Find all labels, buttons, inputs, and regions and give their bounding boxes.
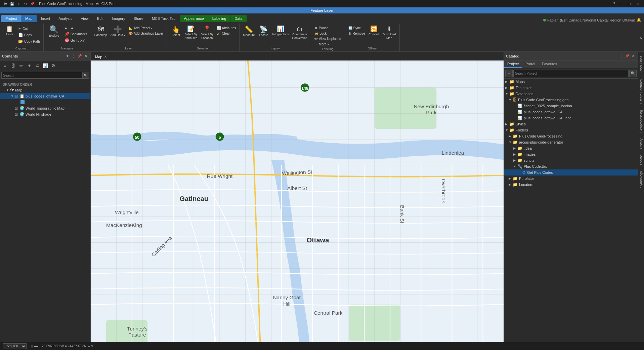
list-by-chart-icon[interactable]: 📊 (42, 62, 49, 69)
map-tab-close-icon[interactable]: ✕ (104, 55, 107, 59)
download-map-button[interactable]: ⬇ DownloadMap (381, 25, 397, 41)
catalog-close-icon[interactable]: ✕ (631, 53, 636, 59)
add-graphics-button[interactable]: 🎨 Add Graphics Layer (127, 31, 165, 36)
attributes-button[interactable]: 📊 Attributes (215, 26, 237, 31)
tree-item-topo[interactable]: ☑ 🌍 World Topographic Map (0, 105, 90, 111)
catalog-item-maps[interactable]: ▶ 📁 Maps (504, 79, 638, 85)
tab-share[interactable]: Share (130, 15, 147, 22)
coord-conversion-button[interactable]: 🗂 CoordinateConversion (291, 25, 309, 41)
list-by-labeling-icon[interactable]: 🏷 (34, 62, 41, 69)
right-tab-symbology[interactable]: Symbology (639, 168, 644, 190)
tab-insert[interactable]: Insert (37, 15, 54, 22)
view-unplaced-button[interactable]: 👁 View Unplaced (313, 36, 343, 41)
map-tab-map[interactable]: Map ✕ (91, 53, 111, 60)
basemap-button[interactable]: 🗺 Basemap (93, 25, 109, 38)
select-by-location-button[interactable]: 📍 Select ByLocation (199, 25, 215, 41)
right-tab-label-class[interactable]: Label Class (639, 53, 644, 76)
catalog-pin-icon[interactable]: 📌 (625, 53, 630, 59)
list-by-editing-icon[interactable]: ✏ (17, 62, 25, 69)
sync-button[interactable]: 🔄 Sync (347, 26, 367, 31)
select-button[interactable]: 👆 Select (169, 25, 182, 38)
contents-search-input[interactable] (1, 72, 82, 79)
add-preset-button[interactable]: 📐 Add Preset ▾ (127, 26, 165, 31)
measure-button[interactable]: 📏 Measure (242, 25, 256, 38)
tab-project[interactable]: Project (1, 15, 21, 22)
back-button[interactable]: ⬅ (63, 26, 69, 31)
contents-options-icon[interactable]: ⋮ (71, 53, 76, 59)
tree-item-map[interactable]: ▼ 🗺 Map (0, 87, 90, 93)
tree-item-hillshade[interactable]: ☑ 🌍 World Hillshade (0, 111, 90, 117)
tab-appearance[interactable]: Appearance (180, 15, 208, 22)
catalog-item-purolator[interactable]: ▶ 📁 Purolator (504, 176, 638, 182)
explore-button[interactable]: 🔍 Explore (46, 25, 62, 39)
catalog-item-tbx[interactable]: ▼ 🔧 Plus Code.tbx (504, 163, 638, 169)
tab-mce[interactable]: MCE Task Tab (148, 15, 180, 22)
catalog-tab-favorites[interactable]: Favorites (539, 61, 560, 68)
paste-button[interactable]: 📋 Paste (3, 25, 16, 37)
right-tab-history[interactable]: History (639, 136, 644, 152)
remove-button[interactable]: 🗑 Remove (347, 31, 367, 36)
tab-data[interactable]: Data (230, 15, 246, 22)
notifications-icon[interactable]: 🔔 (637, 18, 641, 22)
list-by-data-source-icon[interactable]: 🗄 (9, 62, 17, 69)
catalog-item-locators[interactable]: ▶ 📁 Locators (504, 182, 638, 188)
catalog-item-folders[interactable]: ▼ 📁 Folders (504, 127, 638, 133)
tab-labeling[interactable]: Labeling (208, 15, 230, 22)
catalog-item-get-plus-codes[interactable]: ⚙ Get Plus Codes (504, 169, 638, 176)
catalog-item-styles[interactable]: ▶ 📁 Styles (504, 121, 638, 127)
convert-button[interactable]: 🔁 Convert (367, 25, 381, 37)
catalog-tab-portal[interactable]: Portal (522, 61, 539, 68)
catalog-options-icon[interactable]: ⋮ (618, 53, 624, 59)
catalog-item-images[interactable]: ▶ 📁 images (504, 151, 638, 157)
catalog-item-gdb[interactable]: ▼ 🗄 Plus Code GeoProcessing.gdb (504, 97, 638, 103)
catalog-item-ottawa-ca-label[interactable]: 📊 plus_codes_ottawa_CA_label (504, 115, 638, 121)
right-tab-locate[interactable]: Locate (639, 152, 644, 168)
locate-button[interactable]: 📡 Locate (257, 25, 270, 38)
clear-button[interactable]: 🧹 Clear (215, 31, 237, 36)
map-canvas[interactable]: Ottawa Gatineau New Edinburgh Park Linde… (91, 61, 504, 342)
catalog-item-pc-geoprocessing[interactable]: ▶ 📁 Plus Code GeoProcessing (504, 133, 638, 139)
tab-edit[interactable]: Edit (93, 15, 108, 22)
catalog-item-fishnet[interactable]: 📊 fishnet_0025_sample_london (504, 103, 638, 109)
copy-path-button[interactable]: 📂 Copy Path (17, 38, 41, 44)
catalog-tab-project[interactable]: Project (504, 61, 522, 68)
contents-filter-icon[interactable]: ▼ (65, 53, 70, 59)
forward-button[interactable]: ➡ (69, 26, 75, 31)
right-tab-geoprocessing[interactable]: Geoprocessing (639, 107, 644, 135)
catalog-search-input[interactable] (513, 70, 629, 77)
tab-imagery[interactable]: Imagery (108, 15, 129, 22)
list-by-custom-icon[interactable]: ⚙ (50, 62, 57, 69)
contents-search-button[interactable]: 🔍 (82, 72, 89, 79)
list-by-snapping-icon[interactable]: ✦ (26, 62, 33, 69)
catalog-item-arcgis-gen[interactable]: ▼ 📁 arcgis-plus-code-generator (504, 139, 638, 145)
expand-ribbon-icon[interactable]: ∧ (640, 36, 642, 39)
help-icon[interactable]: ? (613, 2, 615, 6)
add-data-button[interactable]: ➕ Add Data ▾ (109, 25, 127, 38)
save-icon[interactable]: 💾 (9, 1, 15, 6)
tree-item-plus-codes-layer[interactable]: ▼ ☑ 📋 plus_codes_ottawa_CA (0, 93, 90, 99)
more-button[interactable]: ⋯ More ▾ (313, 42, 343, 47)
tab-analysis[interactable]: Analysis (54, 15, 76, 22)
select-by-attributes-button[interactable]: 📝 Select ByAttributes (183, 25, 199, 41)
undo-icon[interactable]: ↩ (16, 1, 22, 6)
bookmarks-button[interactable]: 📌 Bookmarks (63, 31, 89, 37)
right-tab-create-features[interactable]: Create Features (639, 77, 644, 106)
cut-button[interactable]: ✂ Cut (17, 26, 41, 32)
lock-button[interactable]: 🔒 Lock (313, 31, 343, 36)
contents-close-icon[interactable]: ✕ (83, 53, 88, 59)
tab-map[interactable]: Map (21, 15, 36, 22)
pin-icon[interactable]: 📌 (30, 1, 35, 6)
catalog-item-toolboxes[interactable]: ▶ 📁 Toolboxes (504, 85, 638, 91)
maximize-button[interactable]: □ (626, 0, 633, 7)
filter-by-layer-icon[interactable]: ≡ (1, 62, 9, 69)
close-button[interactable]: ✕ (635, 0, 641, 7)
catalog-search-button[interactable]: 🔍 (629, 70, 637, 77)
goto-xy-button[interactable]: 🎯 Go To XY (63, 37, 89, 43)
contents-pin-icon[interactable]: 📌 (77, 53, 82, 59)
scale-selector[interactable]: 1:28,760 1:10,000 1:50,000 1:100,000 (3, 343, 27, 349)
catalog-back-button[interactable]: ← (505, 70, 513, 77)
tab-view[interactable]: View (77, 15, 93, 22)
catalog-item-ottawa-ca[interactable]: 📊 plus_codes_ottawa_CA (504, 109, 638, 115)
scale-dropdown[interactable]: 1:28,760 1:10,000 1:50,000 1:100,000 (3, 343, 27, 349)
redo-icon[interactable]: ↪ (23, 1, 28, 6)
